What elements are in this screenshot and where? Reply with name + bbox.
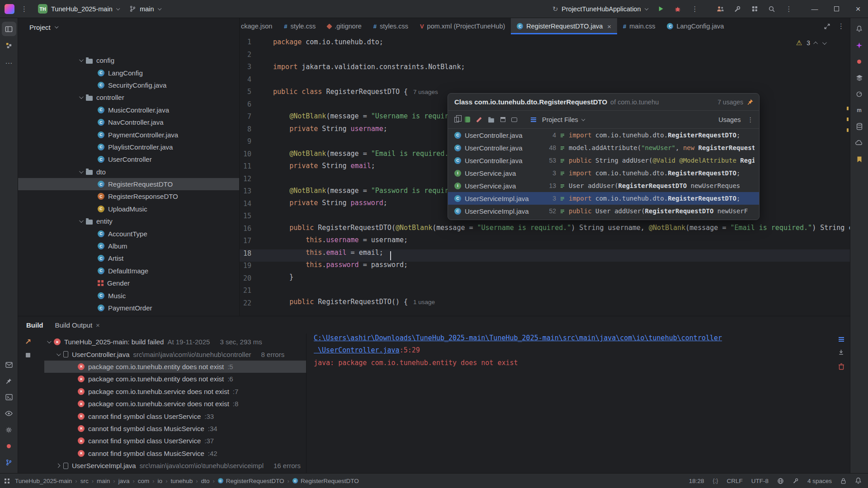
project-tree-item[interactable]: Gender	[18, 277, 239, 289]
build-console[interactable]: C:\Users\ashir\Downloads\TuneHub_2025-ma…	[314, 334, 823, 371]
line-number[interactable]: 15	[240, 212, 251, 225]
package-icon[interactable]	[500, 117, 505, 122]
console-file-link[interactable]: C:\Users\ashir\Downloads\TuneHub_2025-ma…	[314, 334, 722, 342]
line-number[interactable]: 21	[240, 286, 251, 299]
caret-position[interactable]: 18:28	[689, 478, 704, 484]
previous-problem-icon[interactable]	[813, 41, 818, 46]
project-tree-item[interactable]: CAccountType	[18, 227, 239, 239]
project-tree-item[interactable]: CPaymentOrder	[18, 302, 239, 314]
chevron-down-icon[interactable]	[57, 352, 61, 356]
app-logo-icon[interactable]	[5, 4, 14, 14]
editor-tab[interactable]: CRegisterRequestDTO.java×	[511, 18, 617, 34]
line-number[interactable]: 8	[240, 125, 251, 138]
code-with-me-icon[interactable]	[712, 1, 728, 17]
profiler-icon[interactable]	[2, 439, 16, 453]
usage-row[interactable]: CUserServiceImpl.java3import com.io.tune…	[448, 192, 759, 205]
wrench-icon[interactable]	[793, 478, 799, 484]
project-tree-item[interactable]: CLangConfig	[18, 66, 239, 79]
project-panel-header[interactable]: Project	[18, 18, 239, 36]
line-number[interactable]: 9	[240, 137, 251, 150]
project-tree-item[interactable]: CArtist	[18, 252, 239, 264]
project-tree-item[interactable]: CPlaylistController.java	[18, 141, 239, 153]
line-number[interactable]: 20	[240, 274, 251, 287]
expand-icon[interactable]	[824, 23, 830, 30]
group-by-folder-icon[interactable]	[488, 118, 494, 122]
line-number[interactable]: 13	[240, 187, 251, 200]
project-tree-item[interactable]: CSecurityConfig.java	[18, 79, 239, 91]
scroll-to-end-icon[interactable]	[838, 349, 844, 356]
line-number[interactable]: 6	[240, 100, 251, 113]
list-view-icon[interactable]	[531, 117, 536, 122]
build-tree-item[interactable]: UserController.java src\main\java\com\io…	[44, 348, 306, 360]
editor-tab[interactable]: #style.css	[278, 18, 321, 34]
usage-row[interactable]: CUserController.java53public String addU…	[448, 154, 759, 167]
search-icon[interactable]	[764, 1, 779, 17]
project-tree-item[interactable]: CMusicController.java	[18, 104, 239, 116]
documentation-icon[interactable]	[465, 117, 470, 122]
run-button[interactable]	[653, 1, 668, 17]
editor-tab[interactable]: ckage.json	[240, 18, 278, 34]
usage-row[interactable]: CUserController.java48model.addAttribute…	[448, 141, 759, 154]
breadcrumb-item[interactable]: CRegisterRequestDTO	[292, 478, 359, 484]
project-tool-button[interactable]	[2, 22, 16, 36]
line-number[interactable]: 7	[240, 113, 251, 125]
editor-tab[interactable]: #main.css	[617, 18, 661, 34]
soft-wrap-icon[interactable]	[839, 337, 844, 342]
line-number[interactable]: 17	[240, 237, 251, 249]
build-panel-title[interactable]: Build	[26, 321, 43, 329]
line-number[interactable]: 16	[240, 225, 251, 237]
terminal-icon[interactable]	[2, 390, 16, 404]
chevron-down-icon[interactable]	[79, 169, 84, 174]
editor-tab[interactable]: .gitignore	[321, 18, 368, 34]
project-tree-item[interactable]: CDefaultImage	[18, 265, 239, 277]
line-number[interactable]: 10	[240, 150, 251, 163]
inline-usages-hint[interactable]: 7 usages	[413, 89, 438, 95]
version-control-icon[interactable]	[2, 455, 16, 469]
cloud-icon[interactable]	[852, 136, 867, 150]
edit-icon[interactable]	[476, 117, 481, 122]
debug-button[interactable]	[670, 1, 685, 17]
project-tree-item[interactable]: CAlbum	[18, 240, 239, 252]
project-tree-item[interactable]: CMusic	[18, 289, 239, 301]
database-icon[interactable]	[852, 119, 867, 134]
usage-row[interactable]: IUserService.java13User addUser(Register…	[448, 179, 759, 192]
project-tree-item[interactable]: CUploadMusic	[18, 203, 239, 215]
line-number[interactable]: 18	[240, 249, 251, 262]
breadcrumb-item[interactable]: tunehub	[170, 478, 193, 484]
stop-icon[interactable]	[26, 353, 30, 357]
build-tree-item[interactable]: ✕package com.io.tunehub.service does not…	[44, 398, 306, 410]
main-menu-icon[interactable]: ⋮	[17, 5, 31, 13]
breadcrumb-item[interactable]: main	[97, 478, 110, 484]
copy-icon[interactable]	[454, 117, 459, 122]
line-number[interactable]: 4	[240, 75, 251, 88]
error-stripe-mark[interactable]	[847, 107, 849, 110]
trash-icon[interactable]	[838, 363, 844, 370]
chevron-down-icon[interactable]	[47, 339, 52, 343]
build-output-tab[interactable]: Build Output ×	[55, 321, 100, 329]
preview-icon[interactable]	[511, 117, 517, 122]
scope-selector[interactable]: Project Files	[542, 116, 584, 123]
minimize-button[interactable]: —	[805, 0, 825, 18]
chevron-down-icon[interactable]	[79, 57, 84, 62]
gradle-icon[interactable]	[852, 87, 867, 101]
globe-icon[interactable]	[777, 478, 784, 484]
popup-kebab-icon[interactable]: ⋮	[747, 116, 754, 123]
usage-row[interactable]: IUserService.java3import com.io.tunehub.…	[448, 167, 759, 179]
line-number[interactable]: 2	[240, 51, 251, 63]
layers-icon[interactable]	[852, 70, 867, 85]
braces-icon[interactable]: {;}	[713, 478, 718, 484]
close-icon[interactable]: ×	[96, 321, 100, 329]
line-number[interactable]: 1	[240, 38, 251, 51]
breadcrumb-item[interactable]: java	[118, 478, 130, 484]
file-encoding[interactable]: UTF-8	[751, 478, 769, 484]
breadcrumb-item[interactable]: src	[80, 478, 89, 484]
error-stripe-mark[interactable]	[847, 128, 849, 132]
project-tree-item[interactable]: entity	[18, 215, 239, 227]
build-tree-item[interactable]: UserServiceImpl.java src\main\java\com\i…	[44, 460, 306, 472]
line-number[interactable]: 5	[240, 88, 251, 100]
ai-assistant-icon[interactable]	[852, 38, 867, 52]
project-widget[interactable]: TH TuneHub_2025-main	[34, 2, 123, 16]
eye-icon[interactable]	[2, 406, 16, 421]
maven-icon[interactable]: m	[852, 103, 867, 117]
line-number[interactable]: 3	[240, 63, 251, 75]
